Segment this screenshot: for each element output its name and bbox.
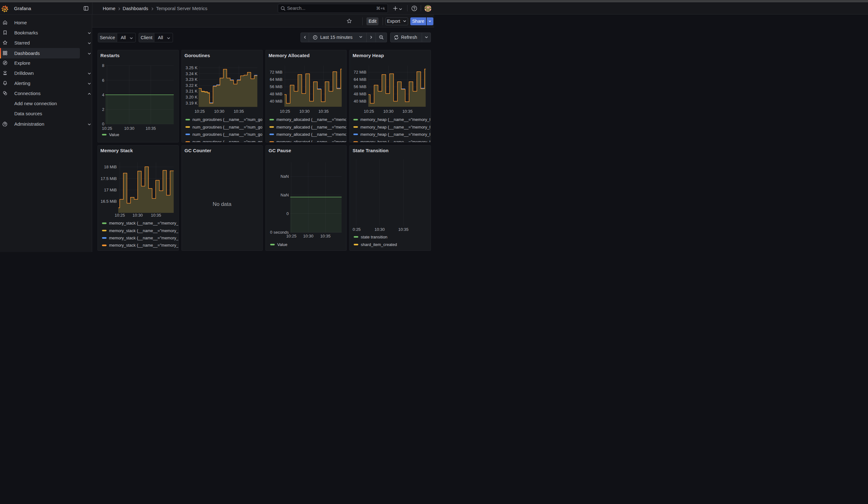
svg-text:10:25: 10:25 <box>115 213 125 217</box>
svg-text:8: 8 <box>102 63 104 68</box>
svg-text:10:25: 10:25 <box>280 109 290 114</box>
svg-text:10:30: 10:30 <box>383 109 394 114</box>
svg-text:3.21 K: 3.21 K <box>186 89 198 93</box>
svg-text:memory_allocated {__name__="me: memory_allocated {__name__="memory_alloc… <box>277 125 347 130</box>
svg-text:0: 0 <box>287 211 289 216</box>
svg-text:4: 4 <box>102 93 104 97</box>
svg-text:3.19 K: 3.19 K <box>186 101 198 105</box>
svg-text:Value: Value <box>277 242 287 247</box>
svg-text:10:35: 10:35 <box>319 109 329 114</box>
svg-text:56 MiB: 56 MiB <box>270 84 282 89</box>
svg-text:10:35: 10:35 <box>320 234 331 238</box>
svg-text:3.25 K: 3.25 K <box>186 65 198 70</box>
svg-text:48 MiB: 48 MiB <box>354 92 366 96</box>
svg-text:3.22 K: 3.22 K <box>186 83 198 88</box>
svg-text:Value: Value <box>109 132 119 137</box>
svg-text:NaN: NaN <box>281 174 289 179</box>
svg-text:10:35: 10:35 <box>402 109 413 114</box>
svg-text:18 MiB: 18 MiB <box>104 165 116 169</box>
svg-text:10:25: 10:25 <box>364 109 374 114</box>
svg-text:56 MiB: 56 MiB <box>354 84 366 89</box>
svg-text:shard_item_created: shard_item_created <box>361 242 397 247</box>
svg-text:memory_allocated {__name__="me: memory_allocated {__name__="memory_alloc… <box>277 132 347 137</box>
svg-text:10:30: 10:30 <box>124 126 134 131</box>
svg-text:NaN: NaN <box>281 193 289 197</box>
svg-text:num_goroutines {__name__="num_: num_goroutines {__name__="num_goroutines… <box>193 132 262 137</box>
svg-text:10:25: 10:25 <box>286 234 297 238</box>
svg-text:memory_heap {__name__="memory_: memory_heap {__name__="memory_heap", ins… <box>360 117 431 122</box>
svg-text:memory_stack {__name__="memory: memory_stack {__name__="memory_stack", i… <box>109 228 179 233</box>
svg-text:64 MiB: 64 MiB <box>270 77 282 82</box>
svg-text:10:35: 10:35 <box>234 109 244 114</box>
svg-text:memory_stack {__name__="memory: memory_stack {__name__="memory_stack", i… <box>109 235 179 240</box>
svg-text:40 MiB: 40 MiB <box>270 99 282 104</box>
svg-text:48 MiB: 48 MiB <box>270 92 282 96</box>
svg-text:10:30: 10:30 <box>375 227 385 232</box>
svg-text:memory_allocated {__name__="me: memory_allocated {__name__="memory_alloc… <box>277 117 347 122</box>
svg-text:memory_stack {__name__="memory: memory_stack {__name__="memory_stack", i… <box>109 221 179 225</box>
svg-text:3.20 K: 3.20 K <box>186 95 198 100</box>
svg-text:10:25: 10:25 <box>194 109 205 114</box>
svg-text:10:30: 10:30 <box>132 213 142 217</box>
svg-text:64 MiB: 64 MiB <box>354 77 366 82</box>
svg-text:17.5 MiB: 17.5 MiB <box>100 176 116 181</box>
svg-text:6: 6 <box>102 78 104 83</box>
svg-text:10:30: 10:30 <box>299 109 310 114</box>
svg-text:10:30: 10:30 <box>303 234 313 238</box>
svg-text:3.23 K: 3.23 K <box>186 77 198 82</box>
svg-text:memory_heap {__name__="memory_: memory_heap {__name__="memory_heap", ins… <box>360 125 431 130</box>
svg-text:memory_heap {__name__="memory_: memory_heap {__name__="memory_heap", ins… <box>360 140 431 142</box>
svg-text:3.24 K: 3.24 K <box>186 71 198 76</box>
svg-text:num_goroutines {__name__="num_: num_goroutines {__name__="num_goroutines… <box>193 125 262 130</box>
svg-text:num_goroutines {__name__="num_: num_goroutines {__name__="num_goroutines… <box>193 140 262 142</box>
svg-text:state transition: state transition <box>361 234 387 239</box>
svg-text:0:25: 0:25 <box>353 227 361 232</box>
svg-text:72 MiB: 72 MiB <box>270 70 282 74</box>
svg-text:10:35: 10:35 <box>398 227 409 232</box>
svg-text:10:35: 10:35 <box>151 213 161 217</box>
svg-text:17 MiB: 17 MiB <box>104 187 116 192</box>
svg-text:num_goroutines {__name__="num_: num_goroutines {__name__="num_goroutines… <box>193 117 262 122</box>
svg-text:memory_heap {__name__="memory_: memory_heap {__name__="memory_heap", ins… <box>360 132 431 137</box>
svg-text:10:30: 10:30 <box>214 109 225 114</box>
svg-text:40 MiB: 40 MiB <box>354 99 366 104</box>
svg-text:10:25: 10:25 <box>102 126 112 131</box>
svg-text:2: 2 <box>102 107 104 112</box>
svg-text:memory_allocated {__name__="me: memory_allocated {__name__="memory_alloc… <box>277 140 347 142</box>
svg-text:10:35: 10:35 <box>145 126 156 131</box>
svg-text:72 MiB: 72 MiB <box>354 70 366 74</box>
svg-text:memory_stack {__name__="memory: memory_stack {__name__="memory_stack", i… <box>109 243 179 248</box>
svg-text:16.5 MiB: 16.5 MiB <box>100 199 116 203</box>
svg-text:0: 0 <box>102 122 104 126</box>
